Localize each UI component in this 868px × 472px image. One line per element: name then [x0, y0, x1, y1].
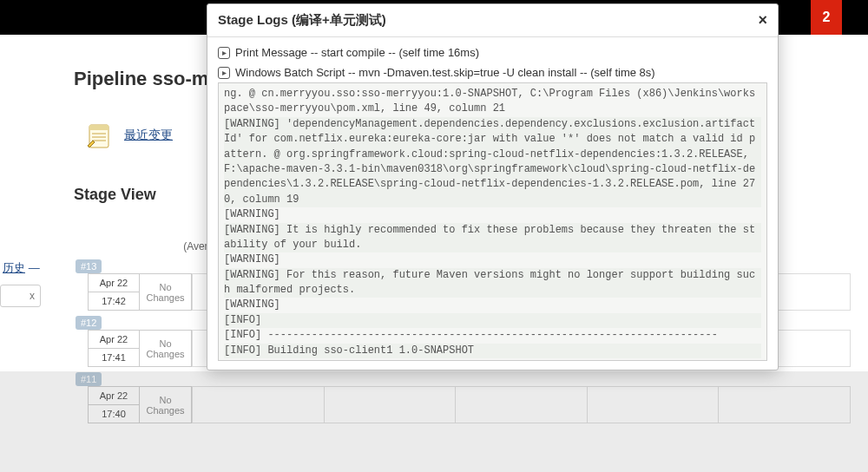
- close-icon[interactable]: ×: [758, 11, 767, 30]
- log-line: [WARNING]: [224, 298, 761, 312]
- step-row[interactable]: ▸ Print Message -- start compile -- (sel…: [218, 43, 767, 62]
- log-line: [INFO]: [224, 313, 761, 328]
- log-line: [INFO] Building sso-client1 1.0-SNAPSHOT: [224, 344, 761, 358]
- stage-logs-dialog: Stage Logs (编译+单元测试) × ▸ Print Message -…: [207, 3, 779, 370]
- step-label: Windows Batch Script -- mvn -Dmaven.test…: [235, 66, 655, 79]
- step-label: Print Message -- start compile -- (self …: [235, 46, 479, 59]
- step-row[interactable]: ▸ Windows Batch Script -- mvn -Dmaven.te…: [218, 62, 767, 82]
- log-line: [INFO] ---------------------------------…: [224, 328, 761, 343]
- expand-icon[interactable]: ▸: [218, 47, 230, 59]
- log-line: [WARNING] It is highly recommended to fi…: [224, 223, 761, 253]
- log-line: [WARNING]: [224, 252, 761, 267]
- dialog-title: Stage Logs (编译+单元测试): [218, 12, 386, 29]
- log-line: [WARNING] 'dependencyManagement.dependen…: [224, 117, 761, 207]
- log-line: [INFO] ---------------------------------…: [224, 358, 761, 361]
- log-line: ng. @ cn.merryyou.sso:sso-merryyou:1.0-S…: [224, 87, 761, 117]
- expand-icon[interactable]: ▸: [218, 67, 230, 79]
- log-line: [WARNING] For this reason, future Maven …: [224, 268, 761, 298]
- log-output[interactable]: ng. @ cn.merryyou.sso:sso-merryyou:1.0-S…: [218, 82, 767, 361]
- log-line: [WARNING]: [224, 207, 761, 222]
- modal-overlay: Stage Logs (编译+单元测试) × ▸ Print Message -…: [0, 0, 868, 472]
